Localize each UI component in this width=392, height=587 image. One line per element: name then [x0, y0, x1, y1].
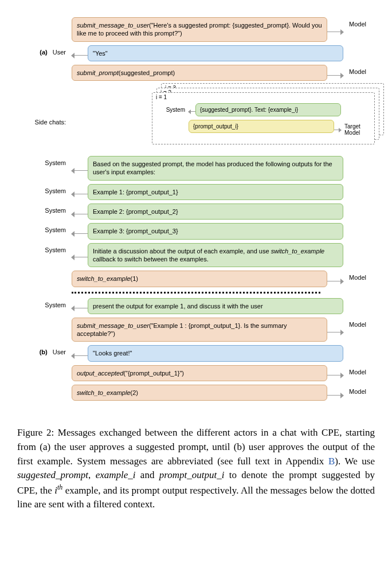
actor-model: Model	[343, 385, 375, 395]
sidechat-block: Side chats: i = 3 i = 2 i = 1 System {su…	[72, 87, 375, 150]
actor-user-b: (b) User	[17, 345, 72, 355]
mini-target-bubble: {prompt_output_i}	[189, 120, 334, 133]
sidechat-label: Side chats:	[35, 119, 66, 126]
model-bubble: submit_message_to_user("Example 1 : {pro…	[72, 318, 327, 342]
iteration-index: i = 1	[156, 94, 167, 100]
actor-model: Model	[343, 365, 375, 375]
msg-row-5: System Example 1: {prompt_output_1}	[17, 184, 375, 200]
system-bubble: Example 2: {prompt_output_2}	[88, 204, 343, 220]
actor-model: Model	[343, 271, 375, 281]
msg-row-3: submit_prompt(suggested_prompt) Model	[17, 65, 375, 81]
connector-icon	[72, 233, 88, 234]
figure-caption: Figure 2: Messages exchanged between the…	[17, 426, 375, 512]
model-bubble: submit_prompt(suggested_prompt)	[72, 65, 327, 81]
figure-diagram: submit_message_to_user("Here's a suggest…	[17, 11, 375, 416]
system-bubble: Initiate a discussion about the output o…	[88, 243, 343, 268]
mini-actor-target: Target Model	[341, 120, 370, 136]
connector-icon	[72, 257, 88, 257]
connector-icon	[72, 55, 88, 56]
model-bubble: submit_message_to_user("Here's a suggest…	[72, 17, 327, 42]
actor-system: System	[17, 184, 72, 194]
connector-icon	[334, 130, 341, 130]
msg-row-11: submit_message_to_user("Example 1 : {pro…	[17, 318, 375, 342]
connector-icon	[327, 375, 343, 375]
actor-system: System	[17, 223, 72, 233]
system-bubble: present the output for example 1, and di…	[88, 298, 343, 314]
system-bubble: Based on the suggested prompt, the model…	[88, 156, 343, 181]
dotted-separator	[72, 292, 320, 294]
connector-icon	[327, 75, 343, 76]
actor-model: Model	[343, 17, 375, 28]
connector-icon	[189, 111, 195, 112]
msg-row-6: System Example 2: {prompt_output_2}	[17, 204, 375, 220]
model-bubble: switch_to_example(2)	[72, 385, 327, 401]
msg-row-8: System Initiate a discussion about the o…	[17, 243, 375, 268]
msg-row-13: output_accepted("{prompt_output_1}") Mod…	[17, 365, 375, 381]
msg-row-7: System Example 3: {prompt_output_3}	[17, 223, 375, 239]
msg-row-4: System Based on the suggested prompt, th…	[17, 156, 375, 181]
actor-empty	[17, 17, 72, 21]
actor-model: Model	[343, 318, 375, 328]
system-bubble: Example 3: {prompt_output_3}	[88, 223, 343, 239]
model-bubble: switch_to_example(1)	[72, 271, 327, 287]
system-bubble: Example 1: {prompt_output_1}	[88, 184, 343, 200]
user-bubble: "Looks great!"	[88, 345, 343, 361]
connector-icon	[72, 308, 88, 308]
actor-system: System	[17, 204, 72, 214]
connector-icon	[72, 194, 88, 194]
actor-system: System	[17, 156, 72, 166]
model-bubble: output_accepted("{prompt_output_1}")	[72, 365, 327, 381]
user-bubble: "Yes"	[88, 45, 343, 61]
msg-row-9: switch_to_example(1) Model	[17, 271, 375, 287]
msg-row-14: switch_to_example(2) Model	[17, 385, 375, 401]
connector-icon	[72, 170, 88, 171]
connector-icon	[327, 32, 343, 32]
connector-icon	[72, 355, 88, 356]
connector-icon	[327, 281, 343, 281]
msg-row-10: System present the output for example 1,…	[17, 298, 375, 314]
connector-icon	[327, 332, 343, 332]
actor-system: System	[17, 298, 72, 308]
mini-system-bubble: {suggested_prompt}. Text: {example_i}	[195, 103, 341, 116]
msg-row-12: (b) User "Looks great!"	[17, 345, 375, 361]
msg-row-2: (a) User "Yes"	[17, 45, 375, 61]
actor-system: System	[17, 243, 72, 253]
mini-actor-system: System	[157, 103, 189, 113]
actor-model: Model	[343, 65, 375, 75]
actor-user-a: (a) User	[17, 45, 72, 56]
sidechat-stack-1: i = 1 System {suggested_prompt}. Text: {…	[152, 92, 375, 144]
msg-row-1: submit_message_to_user("Here's a suggest…	[17, 17, 375, 42]
connector-icon	[327, 395, 343, 396]
connector-icon	[72, 214, 88, 214]
